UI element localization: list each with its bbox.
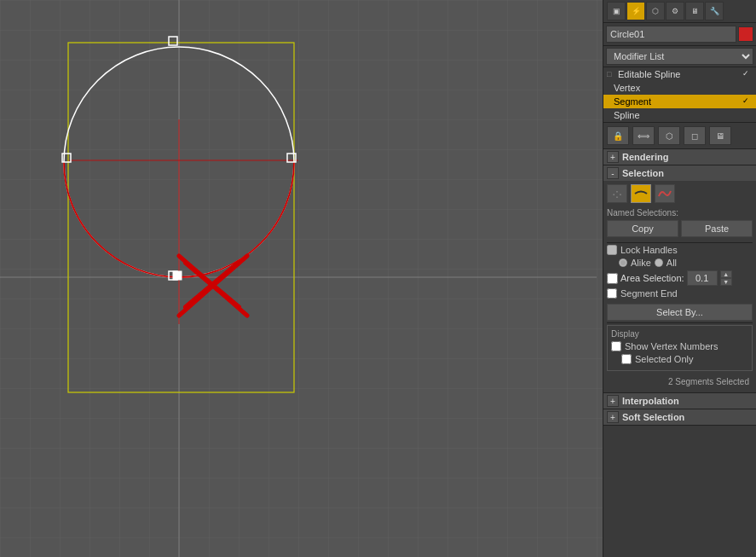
display-group-label: Display [611,329,748,339]
divider-1 [607,242,753,243]
all-label: All [667,258,677,268]
toolbar-btn-select[interactable]: ▣ [607,2,626,20]
named-selections-row: Copy Paste [607,220,753,237]
object-color-swatch[interactable] [738,26,753,42]
spline-icon-svg [657,188,672,200]
rollout-interpolation: + Interpolation [603,393,756,409]
lock-handles-label: Lock Handles [620,245,678,255]
lock-handles-row: Lock Handles [607,245,753,255]
tree-label-segment: Segment [614,96,651,107]
rollout-interpolation-title: Interpolation [622,396,679,406]
area-selection-checkbox[interactable] [607,273,618,284]
viewport[interactable] [0,0,603,557]
sel-icon-vertex[interactable]: ·:· [607,184,627,203]
show-vertex-numbers-checkbox[interactable] [611,341,621,351]
sel-icon-spline[interactable] [655,184,675,203]
right-top-toolbar: ▣ ⚡ ⬡ ⚙ 🖥 🔧 [603,0,756,23]
selected-only-checkbox[interactable] [621,354,632,364]
tree-label-editable-spline: Editable Spline [618,69,680,79]
rollout-selection: - Selection ·:· [603,165,756,393]
segment-icon-svg [633,188,649,200]
sub-btn-2[interactable]: ⟺ [632,126,655,145]
segment-end-checkbox[interactable] [607,288,617,299]
sub-btn-4[interactable]: ◻ [684,126,706,145]
lock-handles-checkbox[interactable] [607,245,617,255]
svg-rect-16 [173,271,182,280]
status-bar: 2 Segments Selected [607,374,753,389]
tree-item-editable-spline[interactable]: □ Editable Spline ✓ [603,67,756,81]
rollout-interpolation-header[interactable]: + Interpolation [603,393,756,409]
toolbar-btn-motion[interactable]: ⚙ [666,2,684,20]
rollout-interpolation-toggle[interactable]: + [607,395,619,407]
segment-end-label: Segment End [620,288,678,299]
area-selection-input[interactable] [687,270,718,286]
modifier-tree: □ Editable Spline ✓ Vertex Segment ✓ Spl… [603,67,756,123]
tree-check-segment: ✓ [742,96,753,107]
spinner-down[interactable]: ▼ [720,278,732,286]
right-panel: ▣ ⚡ ⬡ ⚙ 🖥 🔧 Modifier List □ Editable Spl… [603,0,756,557]
show-vertex-numbers-label: Show Vertex Numbers [625,341,718,351]
tree-expand-icon: □ [607,70,615,78]
selected-only-row: Selected Only [611,354,748,364]
toolbar-btn-display[interactable]: 🖥 [685,2,704,20]
toolbar-btn-hierarchy[interactable]: ⬡ [646,2,665,20]
tree-check-editable-spline: ✓ [742,69,753,79]
toolbar-btn-utilities[interactable]: 🔧 [705,2,724,20]
named-selections-label: Named Selections: [607,208,753,218]
rollout-selection-body: ·:· Named Selections: Copy [603,181,756,392]
toolbar-btn-modify[interactable]: ⚡ [626,2,645,20]
tree-item-spline[interactable]: Spline [603,108,756,122]
viewport-grid [0,0,603,557]
display-group: Display Show Vertex Numbers Selected Onl… [607,325,753,371]
all-radio[interactable] [655,258,663,267]
rollout-rendering-header[interactable]: + Rendering [603,149,756,165]
divider-2 [607,322,753,323]
main-container: ▣ ⚡ ⬡ ⚙ 🖥 🔧 Modifier List □ Editable Spl… [0,0,756,557]
rollout-rendering-title: Rendering [622,152,668,162]
alike-all-row: Alike All [607,258,753,268]
modifier-list-row: Modifier List [603,46,756,67]
sel-icon-segment[interactable] [631,184,651,203]
segment-end-row: Segment End [607,288,753,299]
area-selection-spinner: ▲ ▼ [720,270,732,286]
rollout-soft-selection: + Soft Selection [603,409,756,426]
modifier-list-dropdown[interactable]: Modifier List [606,48,753,65]
tree-item-vertex[interactable]: Vertex [603,81,756,95]
sub-toolbar: 🔒 ⟺ ⬡ ◻ 🖥 [603,123,756,149]
rollout-selection-header[interactable]: - Selection [603,165,756,181]
object-name-bar [603,23,756,46]
rollout-rendering-toggle[interactable]: + [607,151,619,163]
selection-icons-row: ·:· [607,184,753,203]
object-name-input[interactable] [606,26,736,43]
paste-button[interactable]: Paste [681,220,753,237]
sub-btn-1[interactable]: 🔒 [607,126,629,145]
tree-label-vertex: Vertex [614,83,640,93]
rollout-selection-toggle[interactable]: - [607,167,619,179]
area-selection-label: Area Selection: [620,273,684,283]
alike-radio[interactable] [619,258,627,267]
tree-item-segment[interactable]: Segment ✓ [603,95,756,108]
select-by-button[interactable]: Select By... [607,304,753,321]
alike-label: Alike [631,258,651,268]
rollout-soft-selection-header[interactable]: + Soft Selection [603,409,756,425]
sub-btn-3[interactable]: ⬡ [658,126,680,145]
copy-button[interactable]: Copy [607,220,678,237]
rollout-rendering: + Rendering [603,149,756,165]
show-vertex-numbers-row: Show Vertex Numbers [611,341,748,351]
selected-only-label: Selected Only [635,354,693,364]
rollout-soft-selection-title: Soft Selection [622,412,684,422]
rollout-selection-title: Selection [622,168,664,178]
rollout-soft-selection-toggle[interactable]: + [607,411,619,423]
spinner-up[interactable]: ▲ [720,270,732,278]
tree-label-spline: Spline [614,110,640,120]
sub-btn-5[interactable]: 🖥 [709,126,731,145]
svg-rect-1 [0,0,603,557]
area-selection-row: Area Selection: ▲ ▼ [607,270,753,286]
